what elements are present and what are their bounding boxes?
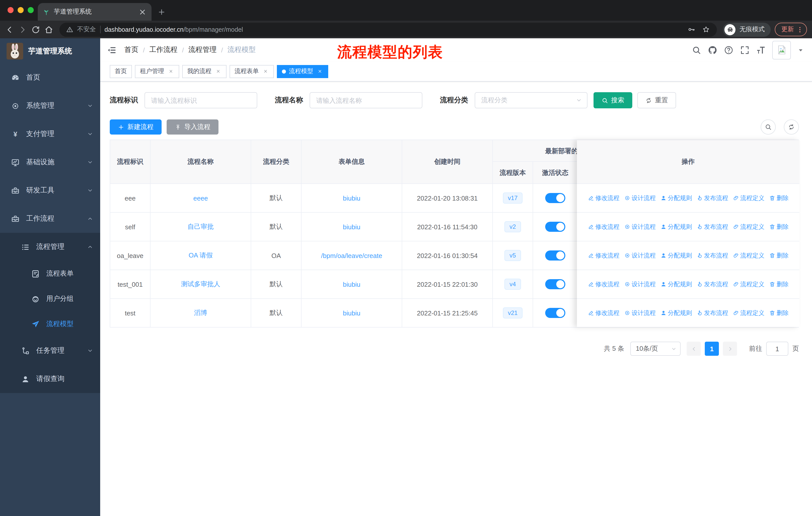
process-name-link[interactable]: 滔博 bbox=[194, 308, 207, 318]
active-toggle[interactable] bbox=[545, 250, 565, 261]
next-page-button[interactable] bbox=[723, 342, 737, 356]
action-assign-rule[interactable]: 分配规则 bbox=[660, 222, 692, 231]
action-edit-process[interactable]: 修改流程 bbox=[588, 309, 619, 317]
reset-button[interactable]: 重置 bbox=[637, 92, 676, 108]
process-name-link[interactable]: 自己审批 bbox=[187, 222, 214, 231]
header-search-icon[interactable] bbox=[692, 45, 701, 55]
close-icon[interactable] bbox=[214, 68, 222, 75]
form-info-link[interactable]: biubiu bbox=[343, 280, 360, 288]
sidebar-item-leave-query[interactable]: 请假查询 bbox=[0, 365, 100, 393]
window-zoom-button[interactable] bbox=[28, 7, 34, 13]
action-process-definition[interactable]: 流程定义 bbox=[733, 222, 764, 231]
process-key-input[interactable] bbox=[144, 92, 257, 108]
sidebar-item-user-group[interactable]: 用户分组 bbox=[0, 286, 100, 311]
show-search-toggle-button[interactable] bbox=[761, 119, 776, 135]
font-size-icon[interactable] bbox=[756, 45, 766, 55]
import-process-button[interactable]: 导入流程 bbox=[167, 119, 219, 135]
create-process-button[interactable]: 新建流程 bbox=[110, 119, 162, 135]
action-delete[interactable]: 删除 bbox=[769, 309, 789, 317]
tab-my-process[interactable]: 我的流程 bbox=[182, 65, 227, 78]
sidebar-item-workflow[interactable]: 工作流程 bbox=[0, 205, 100, 233]
sidebar-item-system[interactable]: 系统管理 bbox=[0, 92, 100, 120]
process-name-input[interactable] bbox=[310, 92, 423, 108]
action-design-process[interactable]: 设计流程 bbox=[624, 222, 656, 231]
fullscreen-icon[interactable] bbox=[740, 45, 750, 55]
action-process-definition[interactable]: 流程定义 bbox=[733, 309, 764, 317]
chrome-update-button[interactable]: 更新 bbox=[775, 23, 807, 36]
process-name-link[interactable]: 测试多审批人 bbox=[181, 280, 220, 289]
github-icon[interactable] bbox=[708, 45, 717, 55]
action-edit-process[interactable]: 修改流程 bbox=[588, 194, 619, 202]
close-icon[interactable] bbox=[316, 68, 323, 75]
tab-tenant[interactable]: 租户管理 bbox=[135, 65, 179, 78]
action-process-definition[interactable]: 流程定义 bbox=[733, 194, 764, 202]
breadcrumb-item[interactable]: 工作流程 bbox=[149, 45, 177, 54]
collapse-sidebar-button[interactable] bbox=[107, 45, 117, 55]
process-name-link[interactable]: OA 请假 bbox=[188, 251, 212, 260]
process-name-link[interactable]: eeee bbox=[193, 194, 208, 202]
action-edit-process[interactable]: 修改流程 bbox=[588, 280, 619, 289]
action-deploy-process[interactable]: 发布流程 bbox=[696, 309, 728, 317]
page-size-select[interactable]: 10条/页 bbox=[630, 342, 680, 356]
tab-close-icon[interactable] bbox=[139, 8, 146, 16]
active-toggle[interactable] bbox=[545, 308, 565, 318]
action-assign-rule[interactable]: 分配规则 bbox=[660, 194, 692, 202]
prev-page-button[interactable] bbox=[687, 342, 701, 356]
tab-home[interactable]: 首页 bbox=[110, 65, 132, 78]
breadcrumb-item[interactable]: 首页 bbox=[124, 45, 139, 54]
password-key-icon[interactable] bbox=[688, 26, 695, 33]
browser-tab[interactable]: 芋道管理系统 bbox=[38, 3, 151, 21]
action-edit-process[interactable]: 修改流程 bbox=[588, 222, 619, 231]
process-category-select[interactable]: 流程分类 bbox=[475, 92, 587, 108]
active-toggle[interactable] bbox=[545, 222, 565, 232]
goto-page-input[interactable] bbox=[766, 342, 788, 356]
home-button[interactable] bbox=[44, 25, 53, 34]
avatar-caret-icon[interactable] bbox=[798, 47, 804, 53]
form-info-link[interactable]: biubiu bbox=[343, 223, 360, 230]
sidebar-item-infra[interactable]: 基础设施 bbox=[0, 148, 100, 176]
action-process-definition[interactable]: 流程定义 bbox=[733, 280, 764, 289]
action-design-process[interactable]: 设计流程 bbox=[624, 280, 656, 289]
action-design-process[interactable]: 设计流程 bbox=[624, 309, 656, 317]
sidebar-item-task-manage[interactable]: 任务管理 bbox=[0, 336, 100, 365]
action-delete[interactable]: 删除 bbox=[769, 194, 789, 202]
help-icon[interactable] bbox=[724, 45, 733, 55]
sidebar-item-bpm-form[interactable]: 流程表单 bbox=[0, 261, 100, 286]
form-info-link[interactable]: biubiu bbox=[343, 309, 360, 317]
sidebar-item-bpm-manage[interactable]: 流程管理 bbox=[0, 233, 100, 261]
form-info-link[interactable]: /bpm/oa/leave/create bbox=[321, 252, 382, 259]
browser-menu-icon[interactable] bbox=[796, 26, 804, 33]
close-icon[interactable] bbox=[262, 68, 269, 75]
forward-button[interactable] bbox=[18, 25, 27, 34]
action-delete[interactable]: 删除 bbox=[769, 222, 789, 231]
breadcrumb-item[interactable]: 流程管理 bbox=[188, 45, 217, 54]
address-bar[interactable]: 不安全 dashboard.yudao.iocoder.cn/bpm/manag… bbox=[59, 22, 717, 36]
sidebar-item-home[interactable]: 首页 bbox=[0, 63, 100, 92]
sidebar-item-devtool[interactable]: 研发工具 bbox=[0, 176, 100, 205]
action-assign-rule[interactable]: 分配规则 bbox=[660, 251, 692, 260]
active-toggle[interactable] bbox=[545, 193, 565, 203]
tab-process-model[interactable]: 流程模型 bbox=[277, 65, 328, 78]
close-icon[interactable] bbox=[167, 68, 174, 75]
window-close-button[interactable] bbox=[7, 7, 13, 13]
window-minimize-button[interactable] bbox=[18, 7, 24, 13]
form-info-link[interactable]: biubiu bbox=[343, 194, 360, 202]
action-deploy-process[interactable]: 发布流程 bbox=[696, 222, 728, 231]
reload-button[interactable] bbox=[31, 25, 40, 34]
action-design-process[interactable]: 设计流程 bbox=[624, 194, 656, 202]
action-assign-rule[interactable]: 分配规则 bbox=[660, 280, 692, 289]
back-button[interactable] bbox=[5, 25, 14, 34]
page-1-button[interactable]: 1 bbox=[705, 342, 719, 356]
action-deploy-process[interactable]: 发布流程 bbox=[696, 280, 728, 289]
refresh-table-button[interactable] bbox=[784, 119, 799, 135]
action-assign-rule[interactable]: 分配规则 bbox=[660, 309, 692, 317]
action-delete[interactable]: 删除 bbox=[769, 251, 789, 260]
action-design-process[interactable]: 设计流程 bbox=[624, 251, 656, 260]
tab-process-form[interactable]: 流程表单 bbox=[230, 65, 274, 78]
action-delete[interactable]: 删除 bbox=[769, 280, 789, 289]
active-toggle[interactable] bbox=[545, 279, 565, 289]
search-button[interactable]: 搜索 bbox=[593, 92, 632, 108]
user-avatar[interactable] bbox=[772, 40, 791, 59]
sidebar-item-bpm-model[interactable]: 流程模型 bbox=[0, 311, 100, 336]
new-tab-button[interactable] bbox=[157, 8, 166, 16]
